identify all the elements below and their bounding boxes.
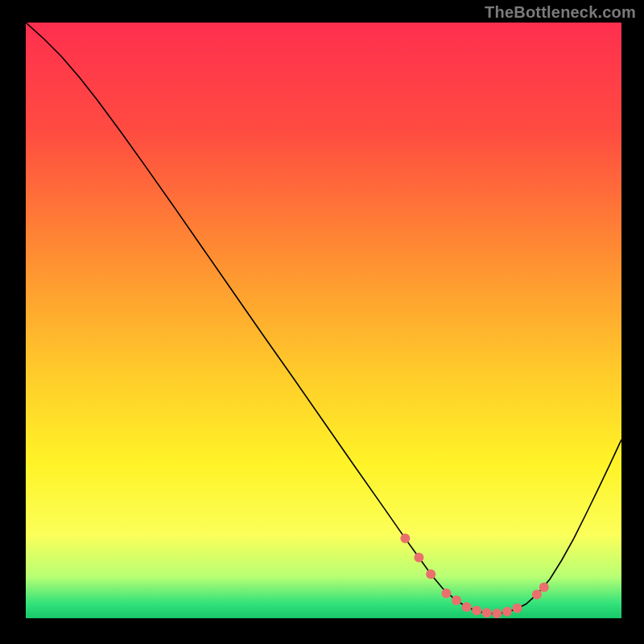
marker-dot bbox=[482, 608, 492, 617]
marker-dot bbox=[414, 553, 423, 563]
marker-dot bbox=[426, 569, 436, 579]
marker-dot bbox=[502, 607, 512, 617]
chart-canvas: TheBottleneck.com bbox=[0, 0, 644, 644]
watermark-label: TheBottleneck.com bbox=[485, 3, 636, 22]
marker-dot bbox=[441, 588, 451, 598]
marker-dot bbox=[539, 583, 549, 592]
marker-dot bbox=[400, 534, 410, 543]
plot-area bbox=[26, 23, 621, 618]
marker-dot bbox=[513, 603, 522, 613]
marker-dot bbox=[462, 602, 472, 612]
gradient-background bbox=[26, 23, 621, 618]
chart-svg bbox=[26, 23, 621, 618]
marker-dot bbox=[452, 596, 461, 605]
marker-dot bbox=[532, 589, 542, 599]
marker-dot bbox=[472, 605, 481, 615]
marker-dot bbox=[492, 609, 502, 618]
